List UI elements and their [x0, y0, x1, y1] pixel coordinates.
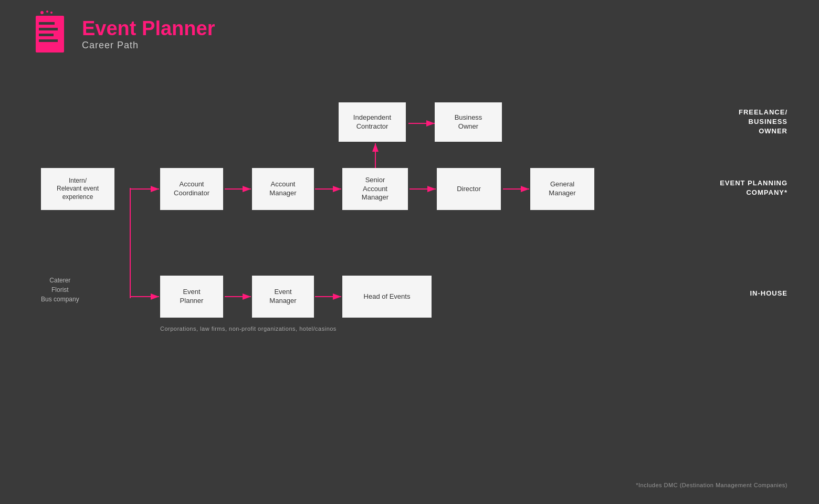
node-director: Director	[437, 168, 501, 210]
svg-rect-3	[39, 34, 54, 36]
note-text: Corporations, law firms, non-profit orga…	[160, 326, 337, 332]
node-account-manager: AccountManager	[252, 168, 314, 210]
node-event-planner: EventPlanner	[160, 276, 223, 318]
node-caterer: CatererFloristBus company	[41, 276, 79, 304]
node-event-manager: EventManager	[252, 276, 314, 318]
svg-point-5	[40, 11, 44, 14]
logo-icon	[32, 10, 74, 58]
svg-rect-2	[39, 28, 58, 30]
header-title: Event Planner	[82, 17, 215, 40]
node-business-owner: BusinessOwner	[435, 102, 502, 142]
node-senior-account-manager: SeniorAccountManager	[342, 168, 408, 210]
svg-rect-4	[39, 39, 58, 42]
side-label-freelance: FREELANCE/BUSINESSOWNER	[739, 108, 788, 136]
node-account-coordinator: AccountCoordinator	[160, 168, 223, 210]
header: Event Planner Career Path	[32, 10, 215, 58]
svg-rect-1	[39, 22, 55, 25]
node-independent-contractor: IndependentContractor	[339, 102, 406, 142]
side-label-in-house: IN-HOUSE	[750, 289, 788, 298]
header-text: Event Planner Career Path	[82, 17, 215, 51]
node-head-of-events: Head of Events	[342, 276, 432, 318]
header-subtitle: Career Path	[82, 40, 215, 51]
side-label-event-planning: EVENT PLANNINGCOMPANY*	[720, 178, 788, 197]
footnote: *Includes DMC (Destination Management Co…	[636, 482, 788, 488]
node-intern: Intern/Relevant eventexperience	[41, 168, 114, 210]
svg-point-6	[46, 10, 48, 13]
svg-point-7	[50, 12, 52, 14]
diagram: IndependentContractor BusinessOwner Inte…	[0, 84, 819, 504]
node-general-manager: GeneralManager	[530, 168, 594, 210]
